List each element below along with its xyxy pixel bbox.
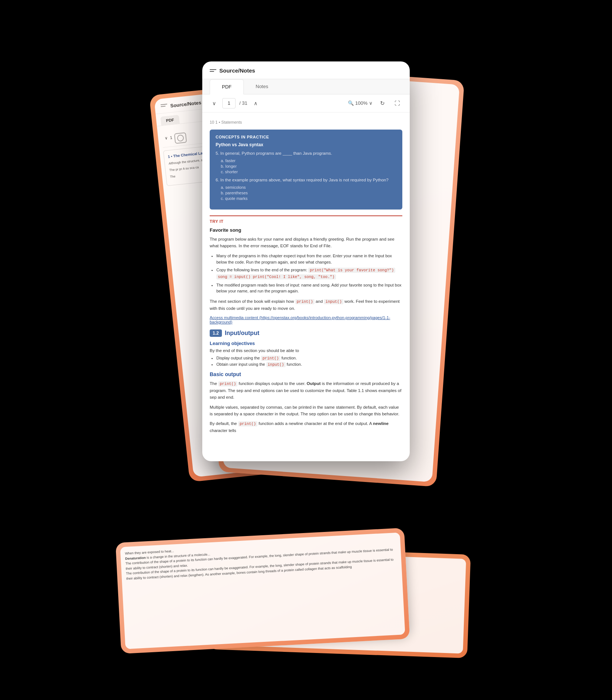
q5-answer-c: c. shorter — [221, 170, 396, 174]
denaturation-bold: Denaturation — [125, 555, 146, 560]
concepts-title: CONCEPTS IN PRACTICE — [216, 135, 396, 139]
learning-obj-2: Obtain user input using the input() func… — [216, 362, 402, 367]
q6-answers: a. semicolons b. parentheses c. quote ma… — [216, 185, 396, 201]
question-6: 6. In the example programs above, what s… — [216, 178, 396, 182]
page-total: / 31 — [239, 100, 247, 106]
bottom-left-card: When they are exposed to heat... Denatur… — [116, 527, 410, 653]
next-page-btn[interactable]: ∧ — [251, 99, 260, 108]
question-5: 5. In general, Python programs are ____ … — [216, 151, 396, 155]
zoom-value: 100% — [355, 100, 367, 106]
print-code: print() — [295, 299, 315, 304]
multimedia-link[interactable]: Access multimedia content (https://opens… — [210, 315, 402, 324]
q6-answer-a: a. semicolons — [221, 185, 396, 190]
section-text-1: The next section of the book will explai… — [210, 299, 295, 304]
try-it-bullet-3: The modified program reads two lines of … — [216, 282, 402, 294]
zoom-control[interactable]: 🔍 100% ∨ — [348, 100, 373, 106]
prev-page-btn[interactable]: ∨ — [210, 99, 219, 108]
try-it-title: Favorite song — [210, 227, 402, 233]
q6-answer-b: b. parentheses — [221, 191, 396, 195]
refresh-btn[interactable]: ↻ — [377, 98, 388, 108]
section-1-2-heading: 1.2 Input/output — [210, 329, 402, 337]
learning-obj-1: Display output using the print() functio… — [216, 356, 402, 361]
bullet2-code2: song = input() print("Cool! I like", son… — [216, 274, 336, 279]
source-notes-icon — [210, 69, 216, 72]
learning-obj-title: Learning objectives — [210, 341, 402, 346]
main-card-header: Source/Notes — [202, 61, 410, 79]
page-label: 10 1 • Statements — [210, 120, 402, 124]
pdf-body: 10 1 • Statements CONCEPTS IN PRACTICE P… — [202, 113, 410, 451]
try-it-list: Many of the programs in this chapter exp… — [210, 253, 402, 294]
camera-icon — [174, 132, 187, 144]
section-1-2-number: 1.2 — [210, 329, 222, 337]
tab-notes[interactable]: Notes — [244, 79, 280, 94]
q6-answer-c: c. quote marks — [221, 196, 396, 201]
toolbar-right: 🔍 100% ∨ ↻ ⛶ — [348, 98, 402, 108]
source-icon-back — [160, 103, 167, 109]
page-number-input[interactable] — [222, 98, 236, 108]
q5-answer-a: a. faster — [221, 158, 396, 163]
input-code: input() — [324, 299, 343, 304]
fullscreen-btn[interactable]: ⛶ — [392, 98, 402, 108]
back-tab-pdf[interactable]: PDF — [160, 115, 180, 125]
bullet2-text: Copy the following lines to the end of t… — [216, 268, 308, 272]
section-text-2: and — [316, 299, 324, 304]
section-1-2-title: Input/output — [225, 330, 259, 336]
body-text-3: By default, the print() function adds a … — [210, 420, 402, 434]
section-text-print: The next section of the book will explai… — [210, 298, 402, 312]
tab-pdf[interactable]: PDF — [210, 79, 244, 94]
body-text-2: Multiple values, separated by commas, ca… — [210, 404, 402, 418]
q5-answer-b: b. longer — [221, 164, 396, 168]
bottom-left-content: When they are exposed to heat... Denatur… — [120, 532, 405, 649]
concepts-subtitle: Python vs Java syntax — [216, 142, 396, 147]
main-tabs: PDF Notes — [202, 79, 410, 94]
back-card-title: Source/Notes — [170, 100, 202, 108]
learning-obj-list: Display output using the print() functio… — [210, 356, 402, 367]
search-icon: 🔍 — [348, 100, 354, 106]
try-it-bullet-1: Many of the programs in this chapter exp… — [216, 253, 402, 265]
pdf-toolbar: ∨ / 31 ∧ 🔍 100% ∨ ↻ ⛶ — [202, 94, 410, 113]
toolbar-left: ∨ / 31 ∧ — [210, 98, 260, 108]
concepts-box: CONCEPTS IN PRACTICE Python vs Java synt… — [210, 130, 402, 210]
try-it-label: TRY IT — [210, 215, 402, 224]
main-card: Source/Notes PDF Notes ∨ / 31 ∧ 🔍 100% ∨… — [202, 61, 410, 461]
body-text-1: The print() function displays output to … — [210, 380, 402, 401]
main-card-title: Source/Notes — [219, 67, 255, 74]
try-it-desc: The program below asks for your name and… — [210, 236, 402, 249]
q5-answers: a. faster b. longer c. shorter — [216, 158, 396, 174]
learning-obj-intro: By the end of this section you should be… — [210, 348, 402, 353]
bullet2-code1: print("What is your favorite song?") — [308, 268, 395, 273]
zoom-chevron: ∨ — [369, 100, 373, 106]
basic-output-title: Basic output — [210, 371, 402, 377]
try-it-bullet-2: Copy the following lines to the end of t… — [216, 267, 402, 280]
